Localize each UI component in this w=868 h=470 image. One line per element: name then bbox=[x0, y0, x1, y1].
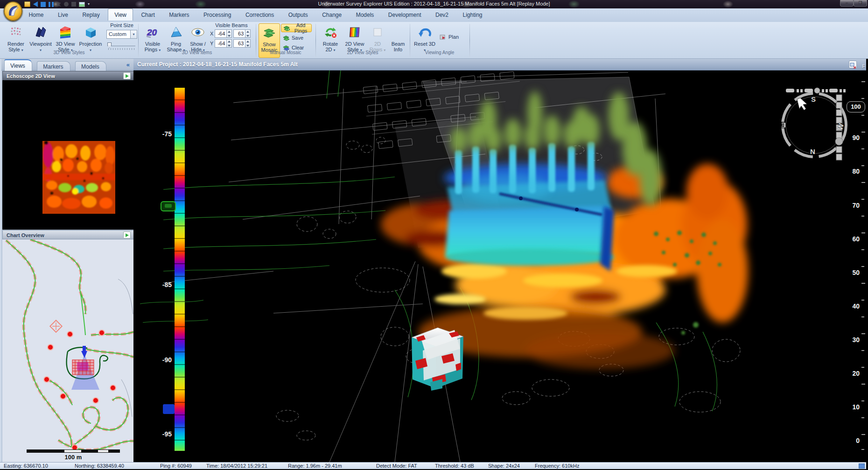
beams-x-max-stepper[interactable]: 63 bbox=[233, 29, 251, 38]
map-diamond-marker bbox=[50, 320, 62, 332]
beams-x-max-value: 63 bbox=[233, 29, 245, 38]
tab-corrections[interactable]: Corrections bbox=[239, 9, 280, 21]
colorbar-label: -95 bbox=[153, 430, 172, 438]
float-window-icon[interactable] bbox=[849, 61, 857, 68]
tab-models-panel[interactable]: Models bbox=[75, 61, 106, 72]
chart-overview-header: Chart Overview bbox=[2, 230, 134, 239]
app-logo-icon[interactable] bbox=[4, 1, 22, 21]
tab-markers-panel[interactable]: Markers bbox=[37, 61, 70, 72]
spin-down-icon[interactable] bbox=[227, 34, 231, 37]
mosaic-block bbox=[72, 360, 94, 375]
status-northing: Northing: 6338459.40 bbox=[75, 463, 124, 469]
tab-home[interactable]: Home bbox=[22, 9, 49, 21]
right-axis-label: 70 bbox=[841, 202, 860, 209]
colorbar-marker-green[interactable] bbox=[161, 201, 176, 211]
2d-view-style-icon bbox=[348, 24, 361, 40]
spin-up-icon[interactable] bbox=[227, 30, 231, 34]
app-logo-glyph bbox=[5, 2, 21, 20]
status-detect-mode: Detect Mode: FAT bbox=[376, 463, 417, 469]
reset-3d-label: Reset 3D bbox=[414, 41, 435, 47]
spin-up-icon[interactable] bbox=[245, 40, 250, 43]
right-axis-label: 30 bbox=[841, 336, 860, 344]
beams-x-min-stepper[interactable]: -64 bbox=[215, 29, 232, 38]
window-title: Underwater Survey Explorer UIS Edition :… bbox=[0, 1, 868, 7]
tab-view[interactable]: View bbox=[108, 8, 133, 21]
3d-view-style-icon bbox=[58, 24, 72, 40]
right-axis-label: 40 bbox=[841, 302, 860, 310]
point-size-slider[interactable] bbox=[106, 42, 137, 50]
save-icon bbox=[283, 34, 290, 42]
tab-replay[interactable]: Replay bbox=[76, 9, 105, 21]
3d-viewport[interactable]: -75 -80 -85 -90 -95 100 90 80 70 60 50 4… bbox=[133, 70, 866, 462]
spin-up-icon[interactable] bbox=[245, 30, 250, 34]
colorbar-marker-blue[interactable] bbox=[163, 404, 175, 414]
minimize-button[interactable]: – bbox=[840, 0, 854, 7]
chart-overview-map[interactable]: 100 m bbox=[2, 239, 134, 462]
spin-down-icon[interactable] bbox=[227, 43, 231, 47]
project-titlebar: Current Project : 2012-04-18_16-21-15 Ma… bbox=[133, 59, 866, 70]
point-size-dropdown[interactable]: Custom ▾ bbox=[106, 30, 137, 39]
status-bar: Easting: 636670.10 Northing: 6338459.40 … bbox=[0, 462, 866, 469]
beams-y-max-value: 63 bbox=[233, 39, 245, 48]
beams-x-min-value: -64 bbox=[215, 29, 227, 38]
beams-x-label: X bbox=[210, 31, 213, 36]
tab-lighting[interactable]: Lighting bbox=[456, 9, 488, 21]
show-mosaic-icon bbox=[262, 25, 276, 41]
point-size-value: Custom bbox=[107, 30, 130, 38]
tab-markers[interactable]: Markers bbox=[163, 9, 195, 21]
point-size-dropdown-arrow-icon[interactable]: ▾ bbox=[130, 30, 137, 38]
status-ping: Ping #: 60949 bbox=[160, 463, 192, 469]
tab-live[interactable]: Live bbox=[52, 9, 74, 21]
tab-models[interactable]: Models bbox=[350, 9, 380, 21]
app-window: ▾ Underwater Survey Explorer UIS Edition… bbox=[0, 0, 868, 470]
left-panel-tabs: Views Markers Models « bbox=[1, 59, 133, 70]
spin-down-icon[interactable] bbox=[245, 34, 250, 37]
viewpoint-icon bbox=[34, 24, 47, 40]
slider-thumb[interactable] bbox=[107, 42, 112, 48]
spin-down-icon[interactable] bbox=[245, 43, 250, 47]
right-axis-label: 0 bbox=[841, 437, 860, 444]
tab-chart[interactable]: Chart bbox=[135, 9, 161, 21]
tab-development[interactable]: Development bbox=[382, 9, 427, 21]
status-range: Range: 1.96m - 29.41m bbox=[288, 463, 342, 469]
ribbon-tab-row: Home Live Replay View Chart Markers Proc… bbox=[0, 8, 868, 22]
add-pings-icon bbox=[283, 24, 290, 32]
tab-change[interactable]: Change bbox=[316, 9, 348, 21]
tab-views[interactable]: Views bbox=[4, 59, 32, 71]
cube-model bbox=[412, 328, 463, 391]
right-axis-label: 60 bbox=[841, 235, 860, 243]
collapse-panel-button[interactable]: « bbox=[126, 61, 130, 68]
right-axis-label-100: 100 bbox=[847, 101, 865, 112]
beams-y-min-stepper[interactable]: -64 bbox=[215, 39, 232, 48]
plan-button[interactable]: Plan bbox=[438, 33, 465, 41]
projection-label: Projection bbox=[79, 41, 102, 47]
zoom-ruler[interactable] bbox=[786, 88, 846, 93]
right-axis-ticks bbox=[861, 82, 865, 449]
export-chart-icon[interactable] bbox=[123, 231, 131, 239]
add-pings-label: Add Pings bbox=[292, 22, 309, 34]
echoscope-2d-view[interactable] bbox=[2, 80, 134, 230]
save-button[interactable]: Save bbox=[281, 34, 309, 42]
status-time: Time: 18/04/2012 15:29:21 bbox=[206, 463, 267, 469]
tab-processing[interactable]: Processing bbox=[197, 9, 237, 21]
group-label-viewing-angle: Viewing Angle bbox=[410, 50, 469, 55]
sonar-image bbox=[42, 141, 115, 214]
export-view-icon[interactable] bbox=[123, 72, 131, 79]
chart-overview-title: Chart Overview bbox=[7, 232, 44, 238]
group-label-manual-mosaic: Manual Mosaic bbox=[256, 50, 315, 55]
group-label-3d-view-items: 3D View Items bbox=[138, 50, 256, 55]
right-axis-label: 50 bbox=[841, 269, 860, 276]
window-titlebar: ▾ Underwater Survey Explorer UIS Edition… bbox=[0, 0, 868, 8]
depth-colorbar-ticks bbox=[175, 88, 185, 451]
map-scale-bar bbox=[27, 449, 120, 453]
beams-y-max-stepper[interactable]: 63 bbox=[233, 39, 251, 48]
echoscope-2d-title: Echoscope 2D View bbox=[7, 73, 55, 79]
add-pings-button[interactable]: Add Pings bbox=[281, 24, 312, 32]
tab-dev2[interactable]: Dev2 bbox=[429, 9, 455, 21]
beams-y-label: Y bbox=[210, 41, 213, 46]
rotate-2d-icon bbox=[323, 24, 338, 40]
maximize-button[interactable]: ❐ bbox=[854, 0, 867, 7]
tab-outputs[interactable]: Outputs bbox=[282, 9, 314, 21]
ping-shape-icon bbox=[169, 24, 183, 40]
spin-up-icon[interactable] bbox=[227, 40, 231, 43]
